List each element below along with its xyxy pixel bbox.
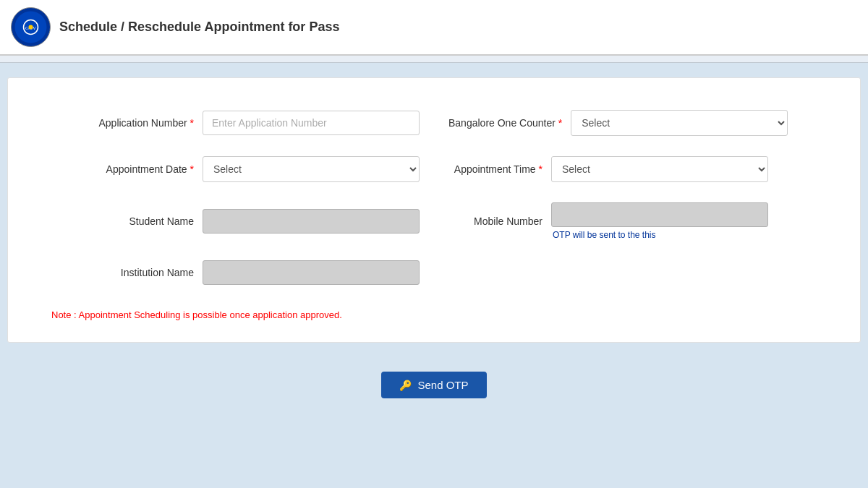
institution-name-field: Institution Name (37, 250, 434, 295)
form-grid: Application Number * Bangalore One Count… (37, 100, 831, 295)
institution-name-input-wrapper (203, 260, 420, 285)
note-text: Note : Appointment Scheduling is possibl… (37, 309, 831, 320)
application-number-required: * (190, 117, 194, 129)
send-otp-label: Send OTP (417, 379, 468, 391)
send-otp-icon: 🔑 (399, 380, 412, 391)
application-number-input-wrapper (203, 111, 420, 135)
student-name-input (203, 209, 420, 234)
appointment-date-field: Appointment Date * Select (37, 146, 434, 192)
page-title: Schedule / Reschedule Appointment for Pa… (59, 20, 339, 35)
page-header: GOV Schedule / Reschedule Appointment fo… (0, 0, 868, 56)
government-logo: GOV (11, 7, 51, 47)
mobile-number-input-wrapper: OTP will be sent to the this (551, 202, 768, 240)
student-name-label: Student Name (100, 215, 194, 227)
application-number-input[interactable] (203, 111, 420, 135)
appointment-time-select[interactable]: Select (551, 156, 768, 182)
mobile-number-field: Mobile Number OTP will be sent to the th… (434, 192, 831, 250)
bangalore-counter-required: * (558, 117, 562, 129)
institution-name-input (203, 260, 420, 285)
appointment-time-label: Appointment Time * (448, 163, 542, 175)
send-otp-button[interactable]: 🔑 Send OTP (381, 372, 486, 398)
appointment-time-required: * (539, 163, 542, 175)
appointment-form: Application Number * Bangalore One Count… (37, 100, 831, 320)
appointment-date-label: Appointment Date * (100, 163, 194, 175)
application-number-field: Application Number * (37, 100, 434, 146)
appointment-date-select-wrapper: Select (203, 156, 420, 182)
appointment-time-field: Appointment Time * Select (434, 146, 831, 192)
bangalore-counter-label: Bangalore One Counter * (448, 117, 562, 129)
subheader-strip (0, 56, 868, 63)
appointment-date-required: * (190, 163, 194, 175)
institution-name-right-spacer (434, 250, 831, 295)
bangalore-counter-field: Bangalore One Counter * Select (434, 100, 831, 146)
student-name-field: Student Name (37, 192, 434, 250)
svg-point-4 (29, 25, 33, 30)
main-form-container: Application Number * Bangalore One Count… (7, 77, 861, 343)
student-name-input-wrapper (203, 209, 420, 234)
mobile-number-label: Mobile Number (448, 215, 542, 227)
footer: 🔑 Send OTP (0, 357, 868, 413)
otp-note: OTP will be sent to the this (551, 230, 768, 240)
institution-name-label: Institution Name (100, 267, 194, 278)
application-number-label: Application Number * (98, 117, 194, 129)
bangalore-counter-select[interactable]: Select (571, 110, 788, 136)
appointment-time-select-wrapper: Select (551, 156, 768, 182)
bangalore-counter-select-wrapper: Select (571, 110, 788, 136)
appointment-date-select[interactable]: Select (203, 156, 420, 182)
mobile-number-input (551, 202, 768, 227)
